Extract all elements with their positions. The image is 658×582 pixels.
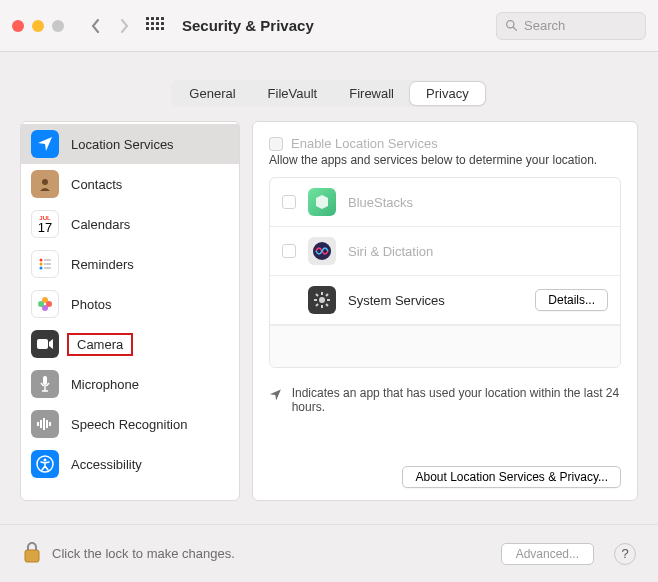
- location-icon: [31, 130, 59, 158]
- contacts-icon: [31, 170, 59, 198]
- reminders-icon: [31, 250, 59, 278]
- sidebar-item-label: Accessibility: [71, 457, 142, 472]
- window-controls: [12, 20, 64, 32]
- camera-icon: [31, 330, 59, 358]
- sidebar-item-calendars[interactable]: JUL 17 Calendars: [21, 204, 239, 244]
- advanced-button[interactable]: Advanced...: [501, 543, 594, 565]
- system-services-details-button[interactable]: Details...: [535, 289, 608, 311]
- sidebar-item-label: Speech Recognition: [71, 417, 187, 432]
- titlebar: Security & Privacy Search: [0, 0, 658, 52]
- svg-point-12: [38, 301, 44, 307]
- svg-rect-20: [46, 420, 48, 428]
- sidebar-item-label: Location Services: [71, 137, 174, 152]
- location-arrow-icon: [269, 388, 282, 402]
- lock-text: Click the lock to make changes.: [52, 546, 235, 561]
- tab-bar: General FileVault Firewall Privacy: [20, 80, 638, 107]
- search-field[interactable]: Search: [496, 12, 646, 40]
- accessibility-icon: [31, 450, 59, 478]
- svg-rect-17: [37, 422, 39, 426]
- help-button[interactable]: ?: [614, 543, 636, 565]
- sidebar-item-label: Contacts: [71, 177, 122, 192]
- svg-point-0: [507, 21, 514, 28]
- indicator-text: Indicates an app that has used your loca…: [292, 386, 621, 414]
- svg-rect-18: [40, 420, 42, 428]
- tab-privacy[interactable]: Privacy: [410, 82, 485, 105]
- enable-location-checkbox[interactable]: [269, 137, 283, 151]
- app-list: BlueStacks Siri & Dictation System Servi…: [269, 177, 621, 368]
- search-placeholder: Search: [524, 18, 565, 33]
- tab-firewall[interactable]: Firewall: [333, 82, 410, 105]
- svg-point-25: [319, 297, 325, 303]
- sidebar-item-speech-recognition[interactable]: Speech Recognition: [21, 404, 239, 444]
- app-name: System Services: [348, 293, 445, 308]
- svg-point-2: [42, 179, 48, 185]
- svg-point-3: [40, 259, 43, 262]
- sidebar-item-label: Reminders: [71, 257, 134, 272]
- svg-point-5: [40, 263, 43, 266]
- forward-button[interactable]: [112, 14, 136, 38]
- svg-line-1: [513, 27, 516, 30]
- tab-general[interactable]: General: [173, 82, 251, 105]
- sidebar-item-microphone[interactable]: Microphone: [21, 364, 239, 404]
- lock-icon: [22, 540, 42, 564]
- bluestacks-icon: [308, 188, 336, 216]
- svg-line-31: [326, 304, 328, 306]
- microphone-icon: [31, 370, 59, 398]
- app-name: Siri & Dictation: [348, 244, 433, 259]
- svg-rect-19: [43, 418, 45, 430]
- lock-button[interactable]: [22, 540, 42, 568]
- sidebar-item-label: Calendars: [71, 217, 130, 232]
- sidebar-item-photos[interactable]: Photos: [21, 284, 239, 324]
- zoom-window-button[interactable]: [52, 20, 64, 32]
- location-indicator-note: Indicates an app that has used your loca…: [269, 386, 621, 414]
- about-row: About Location Services & Privacy...: [269, 466, 621, 488]
- close-window-button[interactable]: [12, 20, 24, 32]
- back-button[interactable]: [84, 14, 108, 38]
- siri-icon: [308, 237, 336, 265]
- sidebar-item-reminders[interactable]: Reminders: [21, 244, 239, 284]
- tabs-group: General FileVault Firewall Privacy: [171, 80, 486, 107]
- sidebar-item-accessibility[interactable]: Accessibility: [21, 444, 239, 484]
- detail-pane: Enable Location Services Allow the apps …: [252, 121, 638, 501]
- app-row-system-services[interactable]: System Services Details...: [270, 276, 620, 325]
- svg-line-30: [316, 294, 318, 296]
- svg-point-7: [40, 267, 43, 270]
- svg-rect-13: [37, 339, 48, 349]
- svg-rect-14: [43, 376, 47, 385]
- sidebar-item-contacts[interactable]: Contacts: [21, 164, 239, 204]
- enable-location-label: Enable Location Services: [291, 136, 438, 151]
- sidebar-item-location-services[interactable]: Location Services: [21, 124, 239, 164]
- footer: Click the lock to make changes. Advanced…: [0, 524, 658, 582]
- svg-rect-8: [44, 267, 51, 269]
- sidebar-item-label: Microphone: [71, 377, 139, 392]
- app-row-bluestacks[interactable]: BlueStacks: [270, 178, 620, 227]
- svg-point-23: [44, 459, 47, 462]
- panels: Location Services Contacts JUL 17 Calend…: [20, 121, 638, 501]
- photos-icon: [31, 290, 59, 318]
- search-icon: [505, 19, 518, 32]
- about-location-privacy-button[interactable]: About Location Services & Privacy...: [402, 466, 621, 488]
- allow-description: Allow the apps and services below to det…: [269, 153, 621, 167]
- sidebar-item-label: Photos: [71, 297, 111, 312]
- content-area: General FileVault Firewall Privacy Locat…: [0, 52, 658, 501]
- sidebar-item-label: Camera: [67, 333, 133, 356]
- chevron-right-icon: [118, 19, 130, 33]
- window-title: Security & Privacy: [182, 17, 314, 34]
- enable-location-row: Enable Location Services: [269, 136, 621, 151]
- chevron-left-icon: [90, 19, 102, 33]
- speech-icon: [31, 410, 59, 438]
- show-all-button[interactable]: [146, 17, 164, 35]
- sidebar-item-camera[interactable]: Camera: [21, 324, 239, 364]
- svg-line-33: [316, 304, 318, 306]
- tab-filevault[interactable]: FileVault: [252, 82, 334, 105]
- privacy-sidebar[interactable]: Location Services Contacts JUL 17 Calend…: [20, 121, 240, 501]
- calendar-icon: JUL 17: [31, 210, 59, 238]
- svg-rect-21: [49, 422, 51, 426]
- app-row-siri[interactable]: Siri & Dictation: [270, 227, 620, 276]
- app-checkbox[interactable]: [282, 195, 296, 209]
- system-services-icon: [308, 286, 336, 314]
- minimize-window-button[interactable]: [32, 20, 44, 32]
- app-checkbox[interactable]: [282, 244, 296, 258]
- app-list-empty-space: [270, 325, 620, 367]
- svg-rect-34: [25, 550, 39, 562]
